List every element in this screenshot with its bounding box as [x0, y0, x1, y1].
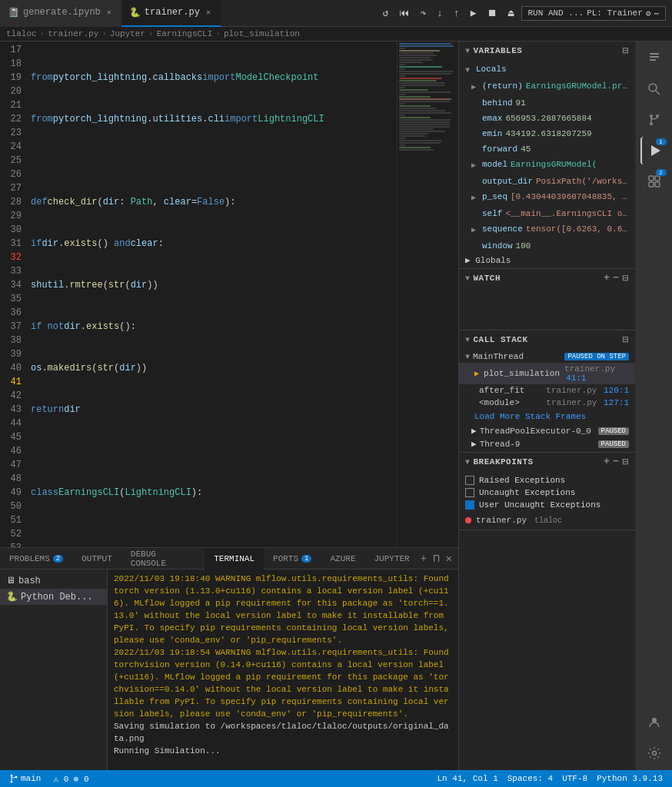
var-emin[interactable]: emin 434192.6318207259: [459, 126, 635, 141]
breadcrumb-part-1[interactable]: trainer.py: [48, 29, 98, 38]
bp-dot-icon: [465, 517, 471, 523]
frame-file-0: trainer.py 41:1: [564, 364, 629, 383]
var-sequence[interactable]: ▶ sequence tensor([0.6263, 0.63...: [459, 221, 635, 238]
session-bash[interactable]: 🖥 bash: [0, 573, 107, 589]
collapse-watch-btn[interactable]: ⊟: [623, 272, 629, 284]
tab-generate[interactable]: 📓 generate.ipynb ✕: [0, 0, 121, 27]
svg-point-16: [11, 781, 13, 783]
tab-trainer[interactable]: 🐍 trainer.py ✕: [121, 0, 221, 27]
call-stack-list: ▼ MainThread PAUSED ON STEP ▶ plot_simul…: [459, 349, 635, 452]
add-watch-btn[interactable]: +: [604, 272, 610, 284]
step-into-btn[interactable]: ↓: [433, 6, 447, 21]
var-behind[interactable]: behind 91: [459, 95, 635, 111]
explorer-icon[interactable]: [640, 45, 668, 72]
disable-bp-btn[interactable]: ⊟: [623, 456, 629, 468]
tab-ports[interactable]: PORTS 1: [264, 548, 321, 569]
tab-output[interactable]: OUTPUT: [72, 548, 121, 569]
svg-point-5: [650, 115, 653, 118]
tab-terminal[interactable]: TERMINAL: [205, 548, 264, 569]
breadcrumb-part-3[interactable]: EarningsCLI: [157, 29, 213, 38]
var-emax[interactable]: emax 656953.2887665884: [459, 111, 635, 126]
debug-badge: 1: [656, 138, 667, 145]
encoding-status[interactable]: UTF-8: [559, 774, 590, 783]
indentation-status[interactable]: Spaces: 4: [504, 774, 556, 783]
variables-header[interactable]: ▼ VARIABLES ⊟: [459, 42, 635, 60]
step-over-btn[interactable]: ↷: [416, 5, 430, 21]
cursor-position-status[interactable]: Ln 41, Col 1: [434, 774, 501, 783]
call-stack-frame-0[interactable]: ▶ plot_simulation trainer.py 41:1: [459, 363, 635, 384]
call-stack-frame-2[interactable]: <module> trainer.py 127:1: [459, 397, 635, 409]
continue-btn[interactable]: ▶: [467, 5, 481, 21]
call-stack-collapse-btn[interactable]: ⊟: [623, 334, 629, 346]
step-out-btn[interactable]: ↑: [450, 6, 464, 21]
run-debug-icon[interactable]: 1: [640, 137, 668, 164]
disconnect-btn[interactable]: ⏏: [504, 5, 518, 21]
split-terminal-btn[interactable]: ⊓: [431, 550, 441, 566]
right-panel: ▼ VARIABLES ⊟ ▼ Locals ▶ (return) Earnin…: [458, 42, 635, 770]
svg-rect-9: [649, 176, 654, 181]
errors-warnings-status[interactable]: ⚠ 0 ⊗ 0: [50, 774, 91, 784]
remove-bp-btn[interactable]: −: [613, 456, 619, 468]
account-icon[interactable]: [640, 709, 668, 736]
watch-header[interactable]: ▼ WATCH + − ⊟: [459, 269, 635, 287]
var-forward[interactable]: forward 45: [459, 141, 635, 157]
tab-problems[interactable]: PROBLEMS 2: [0, 548, 72, 569]
stop-btn[interactable]: ⏹: [484, 6, 501, 21]
call-stack-frame-1[interactable]: after_fit trainer.py 120:1: [459, 384, 635, 397]
tab-generate-close[interactable]: ✕: [105, 7, 114, 18]
var-return[interactable]: ▶ (return) EarningsGRUModel.predi: [459, 78, 635, 95]
tab-azure[interactable]: AZURE: [321, 548, 364, 569]
tab-debug-console[interactable]: DEBUG CONSOLE: [121, 548, 205, 569]
breakpoints-header[interactable]: ▼ BREAKPOINTS + − ⊟: [459, 453, 635, 471]
thread-executor[interactable]: ▶ ThreadPoolExecutor-0_0 PAUSED: [459, 424, 635, 437]
code-editor[interactable]: 17 18 19 20 21 22 23 24 25 26 27 28 29 3…: [0, 42, 458, 547]
var-model[interactable]: ▶ model EarningsGRUModel(: [459, 157, 635, 174]
restart-btn[interactable]: ↺: [379, 5, 393, 21]
bp-raised[interactable]: Raised Exceptions: [465, 474, 629, 486]
source-control-icon[interactable]: [640, 106, 668, 134]
bp-file-item[interactable]: trainer.py tlaloc: [465, 514, 629, 526]
extensions-badge: 2: [656, 169, 667, 176]
code-line-20: def check_dir(dir: Path, clear=False):: [31, 195, 397, 209]
remove-watch-btn[interactable]: −: [613, 272, 619, 284]
run-trainer-dropdown[interactable]: RUN AND ... PL: Trainer ⚙ ⋯: [521, 6, 667, 21]
call-stack-header[interactable]: ▼ CALL STACK ⊟: [459, 330, 635, 349]
new-terminal-btn[interactable]: +: [419, 551, 428, 566]
status-right: Ln 41, Col 1 Spaces: 4 UTF-8 Python 3.9.…: [434, 774, 666, 783]
bp-raised-checkbox[interactable]: [465, 476, 474, 485]
breakpoints-list: Raised Exceptions Uncaught Exceptions Us…: [459, 471, 635, 530]
tab-jupyter[interactable]: JUPYTER: [365, 548, 419, 569]
session-python-debug[interactable]: 🐍 Python Deb...: [0, 589, 107, 605]
breadcrumb-part-2[interactable]: Jupyter: [110, 29, 145, 38]
var-p-seq[interactable]: ▶ p_seq [0.43044039607048835, 0...: [459, 189, 635, 206]
load-more-frames-btn[interactable]: Load More Stack Frames: [459, 409, 635, 424]
bp-user-label: User Uncaught Exceptions: [479, 500, 600, 510]
bp-uncaught-checkbox[interactable]: [465, 488, 474, 497]
python-version-status[interactable]: Python 3.9.13: [594, 774, 666, 783]
var-self[interactable]: self <__main__.EarningsCLI ob...: [459, 206, 635, 221]
tab-trainer-close[interactable]: ✕: [204, 7, 213, 18]
skip-back-btn[interactable]: ⏮: [395, 6, 413, 21]
breadcrumb-part-4[interactable]: plot_simulation: [224, 29, 300, 38]
svg-rect-0: [650, 53, 659, 55]
search-icon[interactable]: [640, 75, 668, 103]
add-bp-btn[interactable]: +: [604, 456, 610, 468]
close-panel-btn[interactable]: ✕: [444, 550, 454, 566]
terminal-content[interactable]: 2022/11/03 19:18:40 WARNING mlflow.utils…: [108, 569, 458, 770]
settings-icon[interactable]: [640, 739, 668, 767]
globals-item[interactable]: ▶ Globals: [459, 254, 635, 267]
extensions-icon[interactable]: 2: [640, 168, 668, 195]
collapse-all-btn[interactable]: ⊟: [623, 45, 629, 57]
thread-9[interactable]: ▶ Thread-9 PAUSED: [459, 437, 635, 450]
var-output-dir[interactable]: output_dir PosixPath('/worksp...: [459, 174, 635, 189]
call-stack-thread-main[interactable]: ▼ MainThread PAUSED ON STEP: [459, 350, 635, 363]
var-window[interactable]: window 100: [459, 238, 635, 254]
breadcrumb-part-0[interactable]: tlaloc: [6, 29, 37, 38]
git-branch-status[interactable]: main: [6, 774, 44, 783]
bp-user-checkbox[interactable]: [465, 500, 474, 510]
bp-user-uncaught[interactable]: User Uncaught Exceptions: [465, 499, 629, 511]
bp-uncaught[interactable]: Uncaught Exceptions: [465, 486, 629, 499]
terminal-line-2: Saving simulation to /workspaces/tlaloc/…: [114, 720, 452, 745]
locals-section[interactable]: ▼ Locals: [459, 61, 635, 78]
svg-point-3: [649, 84, 657, 91]
